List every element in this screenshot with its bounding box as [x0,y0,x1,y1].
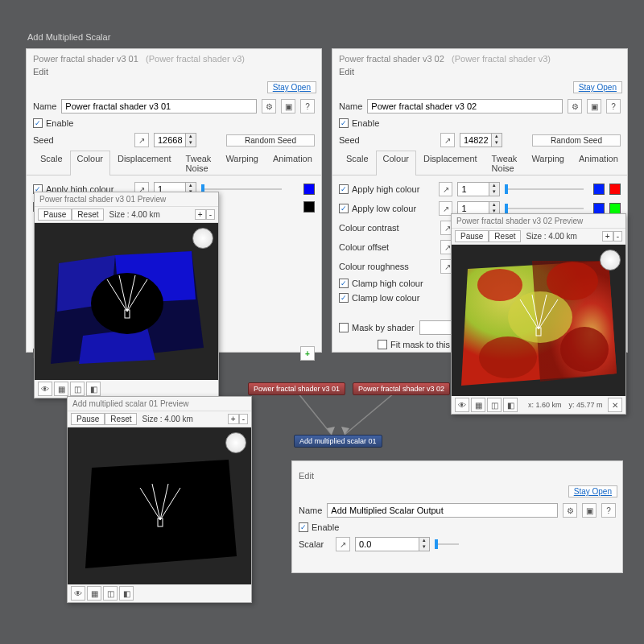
eye-icon[interactable]: 👁 [38,382,52,396]
tab-tweak-noise[interactable]: Tweak Noise [179,151,219,175]
reset-button[interactable]: Reset [489,230,521,242]
eye-icon[interactable]: 👁 [455,398,469,412]
close-icon[interactable]: ✕ [608,398,622,412]
stay-open-button[interactable]: Stay Open [568,485,617,497]
swatch-b[interactable] [593,203,605,214]
tab-scale[interactable]: Scale [339,151,376,175]
colour-offset-label: Colour offset [339,242,436,252]
low-slider[interactable] [505,208,584,209]
seed-field[interactable] [154,133,186,147]
spin-down[interactable]: ▾ [186,140,196,147]
stay-open-button[interactable]: Stay Open [573,81,622,93]
clamp-low-checkbox[interactable]: ✓Clamp low colour [339,293,419,303]
grid-icon[interactable]: ▦ [471,398,485,412]
gear-icon[interactable]: ⚙ [568,99,582,114]
edit-menu[interactable]: Edit [27,65,321,81]
edit-menu[interactable]: Edit [292,461,622,485]
node-shader-2[interactable]: Power fractal shader v3 02 [353,382,450,395]
preview-canvas[interactable] [35,223,218,380]
minus-button[interactable]: - [239,414,248,424]
high-colour-swatch[interactable] [303,184,315,195]
tab-colour[interactable]: Colour [376,151,416,175]
gear-icon[interactable]: ⚙ [262,99,276,114]
edit-menu[interactable]: Edit [332,65,627,81]
preview-title: Power fractal shader v3 02 Preview [452,214,625,228]
enable-checkbox[interactable]: ✓Enable [299,522,339,532]
tab-warping[interactable]: Warping [218,151,266,175]
swatch-b[interactable] [593,184,605,195]
compass-icon[interactable] [192,228,213,249]
plus-button[interactable]: + [602,231,613,242]
grid-icon[interactable]: ▦ [87,586,101,601]
high-slider[interactable] [505,188,584,190]
scalar-slider[interactable] [435,543,459,545]
tab-warping[interactable]: Warping [524,151,572,175]
random-seed-button[interactable]: Random Seed [532,134,621,147]
tab-colour[interactable]: Colour [70,151,110,175]
tab-tweak-noise[interactable]: Tweak Noise [485,151,525,175]
clamp-high-checkbox[interactable]: ✓Clamp high colour [339,279,423,288]
node-shader-1[interactable]: Power fractal shader v3 01 [248,382,345,395]
ramp-icon[interactable]: ↗ [336,537,350,551]
plus-button[interactable]: + [228,414,239,424]
opt2-icon[interactable]: ◧ [119,586,134,601]
minus-button[interactable]: - [206,209,215,220]
fit-mask-checkbox[interactable]: Fit mask to this [378,340,450,349]
ramp-icon[interactable]: ↗ [134,133,149,147]
reset-button[interactable]: Reset [72,208,104,221]
opt-icon[interactable]: ◫ [70,382,85,396]
help-icon[interactable]: ? [606,99,621,114]
tab-animation[interactable]: Animation [572,151,625,175]
plus-button[interactable]: + [195,209,206,220]
enable-checkbox[interactable]: ✓Enable [339,118,379,128]
layers-icon[interactable]: ▣ [281,99,295,114]
name-field[interactable] [367,99,563,114]
node-output[interactable]: Add multiplied scalar 01 [294,435,382,448]
opt-icon[interactable]: ◫ [103,586,118,601]
layers-icon[interactable]: ▣ [587,99,601,114]
preview-canvas[interactable] [452,245,625,396]
high-colour-swatch[interactable] [609,184,621,195]
stay-open-button[interactable]: Stay Open [267,81,316,93]
opt2-icon[interactable]: ◧ [86,382,101,396]
eye-icon[interactable]: 👁 [71,586,85,601]
pause-button[interactable]: Pause [71,413,105,425]
reset-button[interactable]: Reset [105,413,137,425]
high-slider[interactable] [201,188,282,190]
high-val[interactable] [457,182,489,196]
low-colour-swatch[interactable] [609,203,621,214]
mask-by-shader-checkbox[interactable]: Mask by shader [339,323,415,332]
ramp-icon[interactable]: ↗ [440,133,455,147]
tab-scale[interactable]: Scale [33,151,70,175]
seed-label: Seed [33,135,130,145]
name-field[interactable] [327,503,558,518]
tab-displacement[interactable]: Displacement [416,151,485,175]
compass-icon[interactable] [225,432,246,453]
tab-displacement[interactable]: Displacement [110,151,179,175]
gear-icon[interactable]: ⚙ [563,503,577,518]
seed-field[interactable] [460,133,492,147]
help-icon[interactable]: ? [601,503,616,518]
low-colour-swatch[interactable] [303,201,315,213]
random-seed-button[interactable]: Random Seed [226,134,315,147]
help-icon[interactable]: ? [300,99,315,114]
grid-icon[interactable]: ▦ [54,382,68,396]
enable-checkbox[interactable]: ✓Enable [33,118,73,128]
pause-button[interactable]: Pause [38,208,72,221]
size-label: Size : 4.00 km [521,232,581,241]
opt-icon[interactable]: ◫ [487,398,502,412]
add-icon[interactable]: + [300,346,315,361]
opt2-icon[interactable]: ◧ [503,398,518,412]
apply-high-checkbox[interactable]: ✓Apply high colour [339,184,434,194]
preview-canvas[interactable] [68,427,251,584]
minus-button[interactable]: - [613,231,622,242]
tab-animation[interactable]: Animation [266,151,320,175]
name-field[interactable] [61,99,257,114]
tabs: Scale Colour Displacement Tweak Noise Wa… [27,150,321,175]
apply-low-checkbox[interactable]: ✓Apply low colour [339,204,434,213]
scalar-field[interactable] [355,537,419,551]
compass-icon[interactable] [600,250,621,270]
pause-button[interactable]: Pause [455,230,489,242]
layers-icon[interactable]: ▣ [582,503,597,518]
ramp-icon[interactable]: ↗ [439,182,453,196]
